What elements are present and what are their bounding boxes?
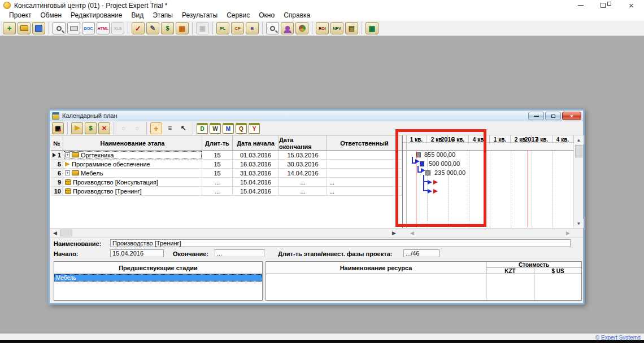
roi-button[interactable]: ROI <box>316 22 329 34</box>
edit-notes-button[interactable]: ✎ <box>146 22 159 34</box>
menu-view[interactable]: Вид <box>127 11 148 19</box>
add-stage-button[interactable] <box>71 122 83 134</box>
menu-edit[interactable]: Редактирование <box>66 11 127 19</box>
calendar-window-titlebar[interactable]: Календарный план <box>50 111 583 121</box>
calendar-view-button[interactable]: ▦ <box>52 122 64 134</box>
expand-icon[interactable]: + <box>65 170 70 175</box>
scroll-up-button[interactable]: ▲ <box>574 135 584 144</box>
scroll-down-button[interactable]: ▼ <box>574 219 584 228</box>
scale-year-button[interactable]: Y <box>249 123 260 134</box>
graphs-button[interactable] <box>295 22 308 34</box>
check-data-button[interactable]: ✓ <box>132 22 145 34</box>
stage-name-cell[interactable]: +Оргтехника <box>63 151 202 160</box>
table-scroll-right-button[interactable]: ▶ <box>390 229 398 237</box>
report-builder-button[interactable]: ▤ <box>345 22 358 34</box>
table-row[interactable]: 1 +Оргтехника 15 01.03.2016 15.03.2016 <box>50 151 402 160</box>
minimize-button[interactable] <box>568 0 593 11</box>
group-button: ○ <box>118 122 129 134</box>
inner-close-button[interactable]: × <box>562 112 581 120</box>
table-row[interactable]: 10 Производство [Тренинг] ... 15.04.2016… <box>50 187 402 196</box>
toolbar-separator <box>192 22 193 34</box>
stage-name-field[interactable]: Производство [Тренинг] <box>110 239 571 247</box>
preview-button[interactable] <box>53 22 66 34</box>
pointer-button[interactable]: ↖ <box>177 122 189 134</box>
expand-icon[interactable]: + <box>65 152 70 157</box>
duration-field[interactable]: .../46 <box>403 249 440 257</box>
export-doc-button[interactable]: DOC <box>82 22 95 34</box>
table-row[interactable]: 9 Производство [Консультация] ... 15.04.… <box>50 178 402 187</box>
menu-help[interactable]: Справка <box>279 11 315 19</box>
menu-project[interactable]: Проект <box>5 11 36 19</box>
menu-results[interactable]: Результаты <box>177 11 222 19</box>
arrow-down-icon: ▼ <box>577 221 581 226</box>
menu-stages[interactable]: Этапы <box>148 11 177 19</box>
report-pl-button[interactable]: PL <box>216 22 229 34</box>
open-project-button[interactable] <box>18 22 31 34</box>
magnifier-doc-icon <box>270 26 275 31</box>
currency-setup-button[interactable]: $ <box>161 22 174 34</box>
production-coins-icon <box>65 179 71 185</box>
col-responsible[interactable]: Ответственный <box>327 135 402 151</box>
inner-restore-button[interactable] <box>545 112 561 120</box>
menu-window[interactable]: Окно <box>254 11 279 19</box>
col-duration[interactable]: Длит-ть <box>202 135 233 151</box>
hierarchy-icon: ≡ <box>168 124 172 132</box>
calendar-plan-window: Календарный план × ▦ $ ✕ ○ ○ + ≡ ↖ D W M… <box>48 109 585 305</box>
gantt-scroll-right-button[interactable]: ▶ <box>564 229 572 237</box>
checkmark-icon: ✓ <box>135 24 141 33</box>
report-cf-button[interactable]: CF <box>231 22 244 34</box>
ungroup-icon: ○ <box>135 125 139 131</box>
copy-icon: ▣ <box>199 24 206 32</box>
add-production-button[interactable]: $ <box>85 122 97 134</box>
inner-minimize-button[interactable] <box>528 112 544 120</box>
end-date-field[interactable]: ... <box>215 249 264 257</box>
save-button[interactable] <box>32 22 45 34</box>
calendar-window-controls: × <box>528 112 581 120</box>
table-hscroll-thumb[interactable] <box>60 230 72 236</box>
col-num[interactable]: № <box>51 135 63 151</box>
table-scroll-left-button[interactable]: ◀ <box>51 229 59 237</box>
stage-name-cell[interactable]: Программное обеспечение <box>63 160 202 169</box>
scale-week-button[interactable]: W <box>210 123 221 134</box>
scale-day-button[interactable]: D <box>197 123 208 134</box>
stage-name-cell[interactable]: Производство [Тренинг] <box>63 187 202 196</box>
stage-name-cell[interactable]: +Мебель <box>63 169 202 178</box>
restore-button[interactable] <box>593 0 619 11</box>
cost-header: Стоимость <box>486 262 581 268</box>
new-project-button[interactable]: + <box>3 22 16 34</box>
window-title: Консалтинговый центр (01) - Project Expe… <box>14 2 168 10</box>
project-calendar-button[interactable]: ▦ <box>176 22 189 34</box>
menu-exchange[interactable]: Обмен <box>36 11 67 19</box>
detail-tables-button[interactable]: ▦ <box>365 22 378 34</box>
start-date-field[interactable]: 15.04.2016 <box>110 249 164 257</box>
delete-stage-button[interactable]: ✕ <box>98 122 110 134</box>
bottom-panel: Предшествующие стадии Мебель Наименовани… <box>50 258 583 303</box>
scale-quarter-button[interactable]: Q <box>236 123 247 134</box>
table-row[interactable]: 6 +Мебель 15 31.03.2016 14.04.2016 <box>50 169 402 178</box>
scroll-thumb[interactable] <box>575 145 582 157</box>
npv-button[interactable]: NPV <box>330 22 343 34</box>
hierarchy-button[interactable]: ≡ <box>164 122 176 134</box>
personnel-button[interactable] <box>281 22 294 34</box>
report-balance-button[interactable]: B <box>246 22 259 34</box>
stage-table-header: № Наименование этапа Длит-ть Дата начала… <box>50 135 402 151</box>
menu-service[interactable]: Сервис <box>222 11 254 19</box>
stage-arrow-icon <box>65 162 70 166</box>
gantt-vscrollbar[interactable]: ▲ ▼ <box>573 135 583 228</box>
col-end-date[interactable]: Дата окончания <box>279 135 327 151</box>
pl-report-icon: PL <box>220 26 225 31</box>
export-html-button[interactable]: HTML <box>97 22 110 34</box>
window-controls: × <box>568 0 644 11</box>
gantt-scroll-left-button[interactable]: ◀ <box>408 229 416 237</box>
arrow-right-icon: ▶ <box>566 230 570 236</box>
text-report-button[interactable] <box>266 22 279 34</box>
close-button[interactable]: × <box>619 0 644 11</box>
insert-stage-button[interactable]: + <box>150 122 162 134</box>
table-row[interactable]: 5 Программное обеспечение 15 16.03.2016 … <box>50 160 402 169</box>
stage-name-cell[interactable]: Производство [Консультация] <box>63 178 202 187</box>
col-stage-name[interactable]: Наименование этапа <box>63 135 202 151</box>
print-button[interactable] <box>67 22 80 34</box>
predecessor-row-selected[interactable]: Мебель <box>54 274 262 282</box>
col-start-date[interactable]: Дата начала <box>233 135 279 151</box>
scale-month-button[interactable]: M <box>223 123 234 134</box>
